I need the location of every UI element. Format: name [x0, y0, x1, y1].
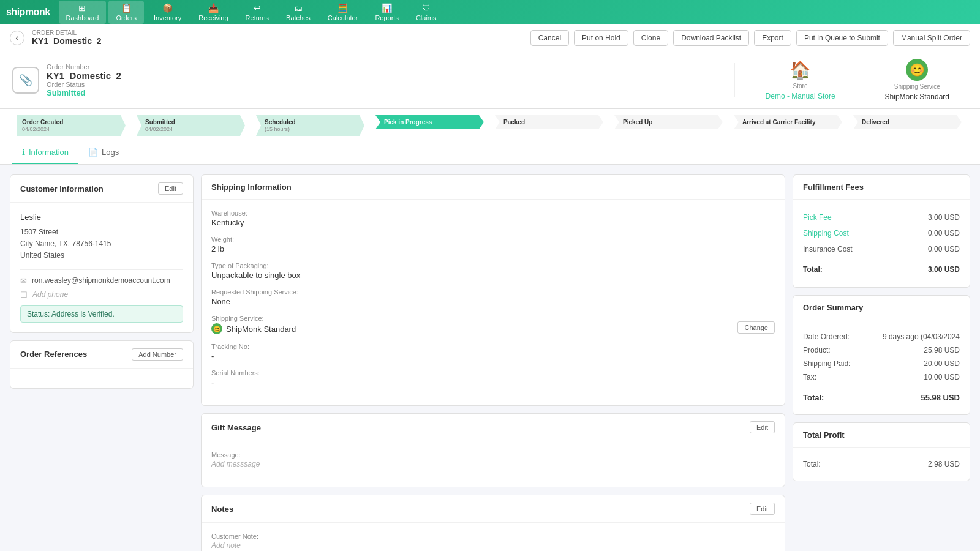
nav-claims[interactable]: 🛡 Claims: [409, 1, 444, 24]
put-on-hold-button[interactable]: Put on Hold: [574, 30, 628, 46]
back-button[interactable]: ‹: [10, 31, 24, 45]
main-content: Customer Information Edit Leslie 1507 St…: [0, 165, 980, 551]
pick-fee-value: 3.00 USD: [928, 213, 960, 222]
order-number-section: 📎 Order Number KY1_Domestic_2 Order Stat…: [12, 63, 735, 97]
weight-value: 2 lb: [211, 244, 775, 253]
product-row: Product: 25.98 USD: [803, 343, 960, 357]
tracking-label: Tracking No:: [211, 343, 775, 350]
step-date: (15 hours): [265, 126, 360, 132]
address-line1: 1507 Street: [20, 227, 183, 238]
add-number-button[interactable]: Add Number: [132, 348, 183, 361]
fulfillment-fees-card: Fulfillment Fees Pick Fee 3.00 USD Shipp…: [793, 174, 970, 288]
customer-info-edit-button[interactable]: Edit: [158, 182, 183, 195]
nav-inventory[interactable]: 📦 Inventory: [146, 1, 189, 24]
step-pick-in-progress: Pick in Progress: [371, 109, 490, 141]
step-scheduled: Scheduled (15 hours): [251, 109, 371, 141]
step-label: Submitted: [145, 119, 240, 126]
tab-information[interactable]: ℹ Information: [12, 141, 78, 164]
customer-note-label: Customer Note:: [211, 533, 775, 540]
fulfillment-total-row: Total: 3.00 USD: [803, 260, 960, 277]
nav-reports[interactable]: 📊 Reports: [368, 1, 406, 24]
profit-total-label: Total:: [803, 460, 821, 468]
order-icon: 📎: [12, 67, 39, 94]
order-summary-title: Order Summary: [803, 303, 863, 312]
clone-button[interactable]: Clone: [633, 30, 668, 46]
shipping-info-header: Shipping Information: [202, 175, 785, 200]
order-summary-body: Date Ordered: 9 days ago (04/03/2024 Pro…: [793, 320, 970, 414]
logo[interactable]: shipmonk: [6, 7, 50, 18]
batches-icon: 🗂: [294, 3, 303, 13]
order-total-value: 55.98 USD: [921, 393, 960, 402]
order-status-value: Submitted: [47, 88, 121, 97]
order-number-label: Order Number: [47, 63, 121, 70]
download-packlist-button[interactable]: Download Packlist: [673, 30, 749, 46]
store-name: Demo - Manual Store: [766, 92, 835, 100]
gift-message-body: Message: Add messsage: [202, 441, 785, 487]
step-date: 04/02/2024: [22, 126, 121, 132]
insurance-cost-label: Insurance Cost: [803, 245, 853, 253]
progress-section: Order Created 04/02/2024 Submitted 04/02…: [0, 109, 980, 141]
shipping-service-row: Shipping Service: 😊 ShipMonk Standard Ch…: [211, 315, 775, 334]
pick-fee-row: Pick Fee 3.00 USD: [803, 209, 960, 225]
packaging-label: Type of Packaging:: [211, 262, 775, 269]
nav-dashboard[interactable]: ⊞ Dashboard: [59, 1, 107, 24]
change-service-button[interactable]: Change: [737, 321, 775, 334]
breadcrumb-title: KY1_Domestic_2: [32, 36, 523, 46]
pick-fee-label[interactable]: Pick Fee: [803, 213, 832, 222]
nav-orders[interactable]: 📋 Orders: [108, 1, 144, 24]
step-label: Packed: [503, 119, 598, 126]
warehouse-value: Kentucky: [211, 218, 775, 227]
order-total-label: Total:: [803, 393, 824, 402]
customer-info-header: Customer Information Edit: [10, 175, 193, 203]
shipping-info-title: Shipping Information: [211, 182, 292, 192]
tab-logs[interactable]: 📄 Logs: [78, 141, 129, 164]
order-header: 📎 Order Number KY1_Domestic_2 Order Stat…: [0, 51, 980, 109]
order-references-title: Order References: [20, 350, 87, 359]
inventory-icon: 📦: [162, 3, 173, 13]
nav-batches[interactable]: 🗂 Batches: [279, 1, 318, 24]
shipmonk-logo-small: 😊: [211, 323, 222, 334]
manual-split-button[interactable]: Manual Split Order: [893, 30, 970, 46]
shipping-service-name-row: 😊 ShipMonk Standard: [211, 323, 296, 334]
customer-address: 1507 Street City Name, TX, 78756-1415 Un…: [20, 227, 183, 262]
orders-icon: 📋: [121, 3, 132, 13]
notes-edit-button[interactable]: Edit: [750, 503, 775, 515]
nav-returns-label: Returns: [246, 14, 270, 21]
nav-receiving[interactable]: 📥 Receiving: [191, 1, 235, 24]
shipping-paid-row: Shipping Paid: 20.00 USD: [803, 357, 960, 370]
nav-returns[interactable]: ↩ Returns: [238, 1, 277, 24]
email-icon: ✉: [20, 276, 27, 285]
step-picked-up: Picked Up: [609, 109, 729, 141]
nav-reports-label: Reports: [375, 14, 399, 21]
warehouse-label: Warehouse:: [211, 209, 775, 217]
calculator-icon: 🧮: [337, 3, 348, 13]
nav-calculator[interactable]: 🧮 Calculator: [320, 1, 366, 24]
message-row: Message: Add messsage: [211, 451, 775, 468]
step-arrived-carrier: Arrived at Carrier Facility: [729, 109, 848, 141]
nav-inventory-label: Inventory: [154, 14, 181, 21]
requested-service-label: Requested Shipping Service:: [211, 288, 775, 296]
store-label: Store: [793, 83, 808, 89]
step-label: Picked Up: [623, 119, 718, 126]
shipping-service-name: ShipMonk Standard: [885, 92, 949, 101]
step-label: Order Created: [22, 119, 121, 126]
progress-steps: Order Created 04/02/2024 Submitted 04/02…: [12, 109, 968, 141]
fulfillment-total-label: Total:: [803, 265, 823, 274]
tax-row: Tax: 10.00 USD: [803, 370, 960, 384]
address-verified-badge: Status: Address is Verified.: [20, 305, 183, 323]
address-line3: United States: [20, 250, 183, 261]
shipping-cost-label[interactable]: Shipping Cost: [803, 229, 849, 238]
weight-row: Weight: 2 lb: [211, 236, 775, 253]
requested-service-value: None: [211, 297, 775, 306]
put-in-queue-button[interactable]: Put in Queue to Submit: [796, 30, 888, 46]
cancel-button[interactable]: Cancel: [530, 30, 569, 46]
gift-message-edit-button[interactable]: Edit: [750, 421, 775, 433]
shipping-cost-row: Shipping Cost 0.00 USD: [803, 225, 960, 241]
export-button[interactable]: Export: [754, 30, 791, 46]
shipping-service-value: ShipMonk Standard: [226, 324, 296, 334]
add-phone-placeholder[interactable]: Add phone: [32, 290, 68, 299]
status-value: Address is Verified.: [51, 310, 115, 318]
weight-label: Weight:: [211, 236, 775, 243]
step-label: Arrived at Carrier Facility: [742, 119, 837, 126]
shipping-paid-label: Shipping Paid:: [803, 359, 850, 368]
